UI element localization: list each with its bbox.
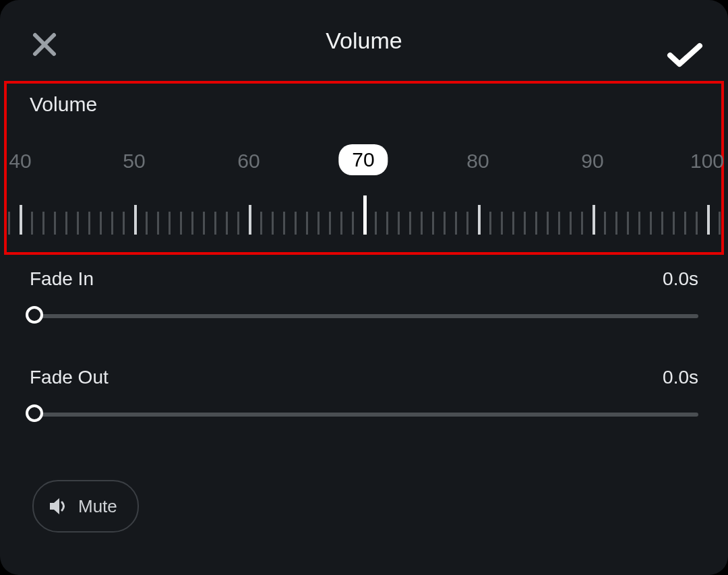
fade-out-label: Fade Out xyxy=(30,367,109,388)
slider-thumb[interactable] xyxy=(26,404,43,422)
slider-thumb[interactable] xyxy=(26,306,43,324)
close-icon xyxy=(31,31,58,58)
mute-button[interactable]: Mute xyxy=(32,480,139,533)
scale-number: 100 xyxy=(690,150,724,173)
fade-out-slider[interactable] xyxy=(30,404,698,423)
scale-number: 40 xyxy=(9,150,31,173)
volume-ticks xyxy=(0,201,728,237)
fade-in-slider[interactable] xyxy=(30,306,698,325)
volume-value-pill: 70 xyxy=(338,144,388,175)
volume-scale[interactable]: 40 50 60 70 80 90 100 xyxy=(0,135,728,249)
scale-number: 50 xyxy=(123,150,145,173)
confirm-button[interactable] xyxy=(663,38,706,73)
scale-number: 80 xyxy=(466,150,489,173)
checkmark-icon xyxy=(666,42,704,69)
header-title: Volume xyxy=(326,28,402,54)
slider-track xyxy=(30,413,698,417)
fade-in-value: 0.0s xyxy=(663,268,698,290)
fade-in-label: Fade In xyxy=(30,268,94,289)
fade-in-row: Fade In 0.0s xyxy=(30,268,698,290)
header: Volume xyxy=(0,0,728,81)
fade-out-row: Fade Out 0.0s xyxy=(30,367,698,388)
scale-number: 60 xyxy=(237,150,260,173)
speaker-icon xyxy=(49,497,69,516)
volume-panel: Volume Volume 40 50 60 70 80 90 100 Fade… xyxy=(0,0,728,575)
fade-out-value: 0.0s xyxy=(663,367,698,388)
scale-number: 90 xyxy=(581,150,603,173)
mute-label: Mute xyxy=(78,496,117,517)
close-button[interactable] xyxy=(27,27,62,62)
volume-label: Volume xyxy=(0,93,97,116)
slider-track xyxy=(30,314,698,318)
